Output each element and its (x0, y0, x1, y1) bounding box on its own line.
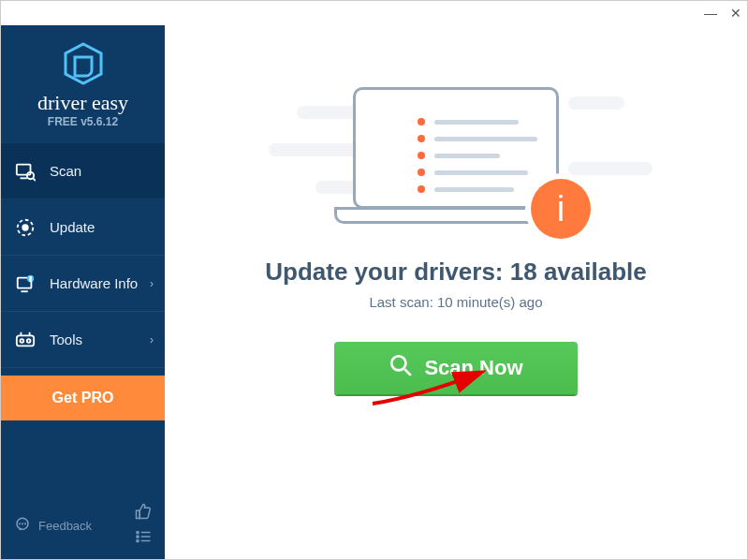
nav: Scan Update i Hardware Info › Tools (1, 143, 165, 368)
close-button[interactable]: ✕ (730, 6, 741, 21)
svg-point-6 (22, 225, 28, 230)
svg-point-27 (392, 356, 406, 370)
svg-point-18 (22, 523, 23, 523)
last-scan-text: Last scan: 10 minute(s) ago (369, 294, 542, 310)
minimize-button[interactable]: — (704, 6, 717, 21)
update-icon (14, 216, 37, 239)
sidebar-bottom: Feedback (1, 492, 165, 559)
feedback-label: Feedback (38, 519, 92, 533)
info-badge-icon: i (531, 179, 591, 239)
sidebar-item-label: Tools (50, 332, 82, 347)
svg-point-21 (137, 531, 139, 533)
thumbs-up-icon[interactable] (135, 503, 152, 523)
sidebar-item-label: Hardware Info (50, 275, 138, 291)
scan-now-button[interactable]: Scan Now (334, 342, 578, 394)
tools-icon (14, 329, 37, 351)
list-icon[interactable] (135, 528, 152, 548)
search-icon (389, 353, 413, 383)
hardware-info-icon: i (14, 273, 37, 295)
svg-rect-20 (137, 510, 140, 518)
scan-illustration: i (325, 78, 587, 237)
sidebar-item-scan[interactable]: Scan (1, 143, 165, 199)
get-pro-button[interactable]: Get PRO (1, 376, 165, 420)
chevron-right-icon: › (150, 277, 154, 290)
svg-line-4 (33, 178, 36, 181)
headline-suffix: available (537, 258, 647, 286)
svg-text:i: i (30, 276, 31, 282)
headline: Update your drivers: 18 available (265, 258, 647, 287)
svg-point-17 (20, 523, 21, 523)
app-logo-icon (62, 42, 105, 89)
scan-icon (14, 160, 37, 183)
titlebar: — ✕ (1, 1, 747, 25)
svg-line-28 (405, 369, 412, 376)
feedback-button[interactable]: Feedback (14, 516, 92, 536)
chat-icon (14, 516, 31, 536)
app-brand: driver easy (1, 93, 165, 113)
headline-prefix: Update your drivers: (265, 258, 510, 286)
svg-point-19 (25, 523, 26, 523)
available-count: 18 (510, 258, 537, 286)
sidebar: driver easy FREE v5.6.12 Scan Update i (1, 25, 165, 559)
svg-marker-0 (66, 44, 101, 83)
svg-point-25 (137, 539, 139, 541)
app-version: FREE v5.6.12 (1, 115, 165, 128)
chevron-right-icon: › (150, 333, 154, 346)
sidebar-item-label: Update (50, 219, 95, 235)
sidebar-item-update[interactable]: Update (1, 199, 165, 256)
sidebar-item-label: Scan (50, 163, 81, 179)
sidebar-item-hardware-info[interactable]: i Hardware Info › (1, 256, 165, 312)
sidebar-item-tools[interactable]: Tools › (1, 312, 165, 368)
svg-point-14 (21, 339, 24, 343)
main-panel: i Update your drivers: 18 available Last… (165, 25, 747, 559)
svg-point-23 (137, 536, 139, 538)
svg-point-15 (27, 339, 31, 343)
logo-area: driver easy FREE v5.6.12 (1, 25, 165, 138)
scan-now-label: Scan Now (424, 356, 522, 380)
